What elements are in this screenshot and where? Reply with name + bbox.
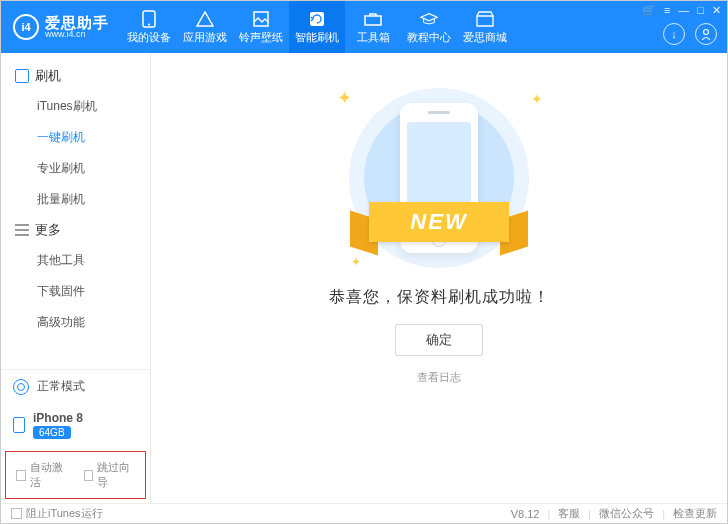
checkbox-icon <box>11 508 22 519</box>
phone-icon <box>13 417 25 433</box>
toolbox-icon <box>364 10 382 28</box>
checkbox-label: 阻止iTunes运行 <box>26 506 103 521</box>
mode-icon <box>13 379 29 395</box>
star-icon: ✦ <box>531 91 543 107</box>
device-storage: 64GB <box>33 426 71 439</box>
success-illustration: ✦ ✦ ✦ NEW <box>329 83 549 273</box>
device-mode[interactable]: 正常模式 <box>1 370 150 403</box>
nav-label: 爱思商城 <box>463 30 507 45</box>
skip-guide-checkbox[interactable]: 跳过向导 <box>84 460 136 490</box>
sidebar-group-flash[interactable]: 刷机 <box>1 61 150 91</box>
sidebar-item-itunes-flash[interactable]: iTunes刷机 <box>1 91 150 122</box>
support-link[interactable]: 客服 <box>558 506 580 521</box>
top-nav: 我的设备 应用游戏 铃声壁纸 智能刷机 工具箱 教程中心 爱思商城 <box>121 1 513 53</box>
download-icon[interactable]: ↓ <box>663 23 685 45</box>
maximize-icon[interactable]: □ <box>697 4 704 17</box>
store-icon <box>476 10 494 28</box>
user-icon[interactable] <box>695 23 717 45</box>
checkbox-icon <box>16 470 26 481</box>
svg-point-1 <box>148 23 150 25</box>
app-name: 爱思助手 <box>45 15 109 30</box>
device-icon <box>140 10 158 28</box>
group-title: 更多 <box>35 221 61 239</box>
nav-label: 工具箱 <box>357 30 390 45</box>
device-name: iPhone 8 <box>33 411 83 425</box>
view-log-link[interactable]: 查看日志 <box>417 370 461 385</box>
success-message: 恭喜您，保资料刷机成功啦！ <box>329 287 550 308</box>
cart-icon[interactable]: 🛒 <box>642 4 656 17</box>
checkbox-icon <box>84 470 94 481</box>
sidebar-item-oneclick-flash[interactable]: 一键刷机 <box>1 122 150 153</box>
nav-label: 智能刷机 <box>295 30 339 45</box>
sidebar-bottom: 正常模式 iPhone 8 64GB 自动激活 跳过向导 <box>1 369 150 503</box>
window-controls: 🛒 ≡ — □ ✕ <box>642 4 721 17</box>
nav-label: 铃声壁纸 <box>239 30 283 45</box>
sidebar-item-pro-flash[interactable]: 专业刷机 <box>1 153 150 184</box>
app-logo: i4 爱思助手 www.i4.cn <box>9 14 109 40</box>
apps-icon <box>196 10 214 28</box>
sidebar-item-other-tools[interactable]: 其他工具 <box>1 245 150 276</box>
minimize-icon[interactable]: — <box>678 4 689 17</box>
auto-activate-checkbox[interactable]: 自动激活 <box>16 460 68 490</box>
main-panel: ✦ ✦ ✦ NEW 恭喜您，保资料刷机成功啦！ 确定 查看日志 <box>151 53 727 503</box>
menu-icon[interactable]: ≡ <box>664 4 670 17</box>
star-icon: ✦ <box>337 87 352 109</box>
svg-point-5 <box>704 30 709 35</box>
nav-ringtones[interactable]: 铃声壁纸 <box>233 1 289 53</box>
flash-group-icon <box>15 69 29 83</box>
nav-store[interactable]: 爱思商城 <box>457 1 513 53</box>
wechat-link[interactable]: 微信公众号 <box>599 506 654 521</box>
nav-tutorials[interactable]: 教程中心 <box>401 1 457 53</box>
flash-icon <box>308 10 326 28</box>
nav-apps[interactable]: 应用游戏 <box>177 1 233 53</box>
star-icon: ✦ <box>351 255 361 269</box>
group-title: 刷机 <box>35 67 61 85</box>
mode-label: 正常模式 <box>37 378 85 395</box>
header-right: ↓ <box>663 23 717 45</box>
svg-rect-4 <box>365 16 381 25</box>
more-group-icon <box>15 224 29 236</box>
close-icon[interactable]: ✕ <box>712 4 721 17</box>
ok-button[interactable]: 确定 <box>395 324 483 356</box>
sidebar-item-download-fw[interactable]: 下载固件 <box>1 276 150 307</box>
nav-toolbox[interactable]: 工具箱 <box>345 1 401 53</box>
flash-options-highlight: 自动激活 跳过向导 <box>5 451 146 499</box>
device-info[interactable]: iPhone 8 64GB <box>1 403 150 447</box>
logo-icon: i4 <box>13 14 39 40</box>
sidebar-group-more[interactable]: 更多 <box>1 215 150 245</box>
check-update-link[interactable]: 检查更新 <box>673 506 717 521</box>
new-ribbon: NEW <box>354 195 524 249</box>
sidebar-item-advanced[interactable]: 高级功能 <box>1 307 150 338</box>
ribbon-text: NEW <box>369 202 509 242</box>
nav-smart-flash[interactable]: 智能刷机 <box>289 1 345 53</box>
app-header: i4 爱思助手 www.i4.cn 我的设备 应用游戏 铃声壁纸 智能刷机 工具… <box>1 1 727 53</box>
nav-label: 我的设备 <box>127 30 171 45</box>
block-itunes-checkbox[interactable]: 阻止iTunes运行 <box>11 506 103 521</box>
checkbox-label: 跳过向导 <box>97 460 135 490</box>
checkbox-label: 自动激活 <box>30 460 68 490</box>
sidebar: 刷机 iTunes刷机 一键刷机 专业刷机 批量刷机 更多 其他工具 下载固件 … <box>1 53 151 503</box>
app-url: www.i4.cn <box>45 30 109 39</box>
nav-label: 应用游戏 <box>183 30 227 45</box>
nav-label: 教程中心 <box>407 30 451 45</box>
tutorial-icon <box>420 10 438 28</box>
sidebar-item-batch-flash[interactable]: 批量刷机 <box>1 184 150 215</box>
status-bar: 阻止iTunes运行 V8.12 | 客服 | 微信公众号 | 检查更新 <box>1 503 727 523</box>
version-label: V8.12 <box>511 508 540 520</box>
wallpaper-icon <box>252 10 270 28</box>
nav-my-device[interactable]: 我的设备 <box>121 1 177 53</box>
